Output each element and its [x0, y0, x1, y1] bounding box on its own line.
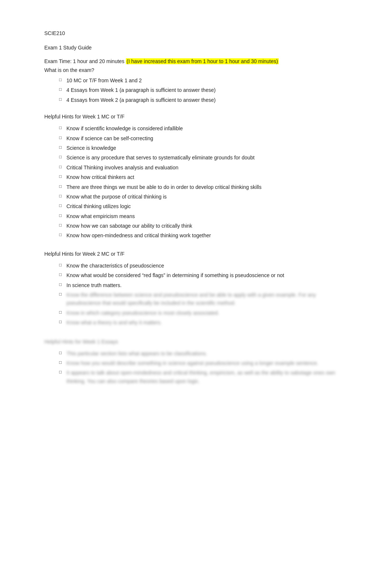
list-item: Science is any procedure that serves to …	[59, 154, 347, 162]
list-item: Critical Thinking involves analysis and …	[59, 163, 347, 172]
blurred-list-item: Know in which category pseudoscience is …	[59, 309, 347, 317]
exam-time-highlight: (I have increased this exam from 1 hour …	[126, 58, 279, 64]
list-item: Know how we can sabotage our ability to …	[59, 222, 347, 230]
blurred-list-item: This particular section lists what appea…	[59, 349, 347, 358]
list-item: In science truth matters.	[59, 281, 347, 289]
week1-hints-list: Know if scientific knowledge is consider…	[59, 124, 347, 240]
list-item: 4 Essays from Week 2 (a paragraph is suf…	[59, 96, 347, 104]
list-item: Know how open-mindedness and critical th…	[59, 231, 347, 239]
week2-hints-list: Know the characteristics of pseudoscienc…	[59, 262, 347, 327]
blurred-list-item: Know how you would describe something in…	[59, 359, 347, 367]
list-item: Know if science can be self-correcting	[59, 134, 347, 142]
blurred-section-list: This particular section lists what appea…	[59, 349, 347, 386]
week2-hints-title: Helpful Hints for Week 2 MC or T/F	[44, 250, 347, 258]
course-code: SCIE210	[44, 30, 347, 37]
document-container: SCIE210 Exam 1 Study Guide Exam Time: 1 …	[44, 30, 347, 385]
doc-title: Exam 1 Study Guide	[44, 44, 347, 52]
exam-contents-label: What is on the exam?	[44, 66, 347, 74]
list-item: Critical thinking utilizes logic	[59, 202, 347, 210]
list-item: Know the characteristics of pseudoscienc…	[59, 262, 347, 270]
list-item: Know how critical thinkers act	[59, 173, 347, 181]
list-item: 4 Essays from Week 1 (a paragraph is suf…	[59, 86, 347, 94]
blurred-list-item: Know what a theory is and why it matters…	[59, 318, 347, 327]
list-item: Science is knowledge	[59, 144, 347, 152]
blurred-section-title: Helpful Hints for Week 1 Essays	[44, 338, 347, 346]
blurred-list-item: It appears to talk about open-mindedness…	[59, 369, 347, 385]
blurred-list-item: Know the difference between science and …	[59, 291, 347, 307]
week1-hints-title: Helpful Hints for Week 1 MC or T/F	[44, 113, 347, 121]
list-item: Know what would be considered “red flags…	[59, 271, 347, 279]
list-item: Know what empiricism means	[59, 212, 347, 220]
exam-contents-list: 10 MC or T/F from Week 1 and 2 4 Essays …	[59, 76, 347, 104]
exam-time-prefix: Exam Time: 1 hour and 20 minutes	[44, 58, 124, 64]
exam-time-line: Exam Time: 1 hour and 20 minutes (I have…	[44, 58, 347, 64]
list-item: Know what the purpose of critical thinki…	[59, 193, 347, 201]
list-item: Know if scientific knowledge is consider…	[59, 124, 347, 132]
list-item: 10 MC or T/F from Week 1 and 2	[59, 76, 347, 84]
list-item: There are three things we must be able t…	[59, 183, 347, 191]
